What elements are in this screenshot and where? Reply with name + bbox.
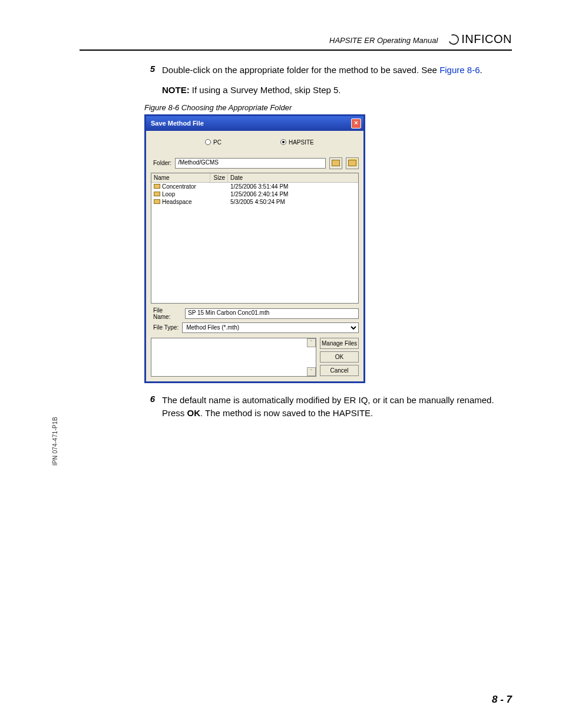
list-item[interactable]: Loop 1/25/2006 2:40:14 PM — [151, 190, 358, 198]
list-item[interactable]: Concentrator 1/25/2006 3:51:44 PM — [151, 183, 358, 190]
list-header: Name Size Date — [151, 173, 358, 183]
step5-punct: . — [480, 65, 482, 75]
row-name: Concentrator — [162, 183, 196, 190]
step-number: 5 — [144, 64, 155, 77]
row-date: 1/25/2006 2:40:14 PM — [228, 190, 358, 198]
step-number: 6 — [144, 394, 155, 420]
radio-hapsite-label: HAPSITE — [289, 139, 314, 146]
scroll-up-button[interactable]: ˄ — [307, 338, 316, 347]
cancel-button[interactable]: Cancel — [320, 365, 359, 376]
radio-hapsite[interactable]: HAPSITE — [280, 139, 314, 146]
ok-bold: OK — [187, 408, 201, 418]
scroll-down-button[interactable]: ˅ — [307, 367, 316, 376]
step-link[interactable]: Step 5 — [313, 85, 338, 95]
row-name: Headspace — [162, 199, 192, 205]
col-name[interactable]: Name — [151, 173, 210, 182]
col-date[interactable]: Date — [228, 173, 358, 182]
folder-input[interactable]: /Method/GCMS — [175, 158, 326, 169]
up-folder-icon — [332, 160, 340, 166]
logo-text: INFICON — [461, 32, 512, 46]
list-body: Concentrator 1/25/2006 3:51:44 PM Loop 1… — [151, 183, 358, 303]
filetype-select[interactable]: Method Files (*.mth) — [182, 322, 359, 333]
radio-icon — [280, 139, 286, 145]
folder-icon — [154, 184, 160, 189]
manual-title: HAPSITE ER Operating Manual — [329, 36, 438, 46]
note-text: If using a Survey Method, skip — [190, 85, 313, 95]
step-6: 6 The default name is automatically modi… — [144, 394, 512, 420]
row-name: Loop — [162, 191, 175, 197]
step5-text: Double-click on the appropriate folder f… — [162, 65, 439, 75]
figure-8-6: Save Method File × PC HAPSITE Folder: /M… — [144, 114, 512, 383]
save-method-dialog: Save Method File × PC HAPSITE Folder: /M… — [144, 114, 365, 383]
list-item[interactable]: Headspace 5/3/2005 4:50:24 PM — [151, 198, 358, 206]
figure-link[interactable]: Figure 8-6 — [439, 65, 480, 75]
folder-icon — [154, 199, 160, 204]
dialog-title: Save Method File — [151, 120, 204, 127]
filename-row: File Name: SP 15 Min Carbon Conc01.mth — [146, 304, 363, 321]
folder-row: Folder: /Method/GCMS — [146, 156, 363, 173]
folder-icon — [154, 192, 160, 196]
filetype-row: File Type: Method Files (*.mth) — [146, 321, 363, 337]
folder-label: Folder: — [153, 160, 171, 166]
close-button[interactable]: × — [351, 118, 361, 129]
logo-swirl-icon — [447, 32, 461, 46]
location-radio-group: PC HAPSITE — [146, 131, 363, 156]
step-body: Double-click on the appropriate folder f… — [162, 64, 512, 77]
up-folder-button[interactable] — [329, 157, 342, 169]
row-date: 5/3/2005 4:50:24 PM — [228, 198, 358, 206]
new-folder-icon — [348, 160, 356, 166]
ok-button[interactable]: OK — [320, 351, 359, 363]
manage-files-button[interactable]: Manage Files — [320, 338, 359, 349]
radio-pc[interactable]: PC — [205, 139, 222, 146]
dialog-titlebar: Save Method File × — [146, 116, 363, 131]
message-box: ˄ ˅ — [151, 338, 316, 377]
radio-icon — [205, 139, 211, 145]
filetype-label: File Type: — [153, 324, 178, 331]
page-header: HAPSITE ER Operating Manual INFICON — [80, 32, 512, 51]
button-column: Manage Files OK Cancel — [320, 338, 359, 377]
filename-label: File Name: — [153, 307, 181, 320]
row-date: 1/25/2006 3:51:44 PM — [228, 183, 358, 190]
radio-pc-label: PC — [213, 139, 222, 146]
note-punct: . — [338, 85, 340, 95]
step-5: 5 Double-click on the appropriate folder… — [144, 64, 512, 77]
new-folder-button[interactable] — [346, 157, 359, 169]
dialog-bottom: ˄ ˅ Manage Files OK Cancel — [146, 337, 363, 381]
folder-list: Name Size Date Concentrator 1/25/2006 3:… — [151, 173, 359, 304]
step-body: The default name is automatically modifi… — [162, 394, 512, 420]
page-number: 8 - 7 — [492, 694, 512, 706]
ipn-code: IPN 074-471-P1B — [52, 417, 58, 466]
note-label: NOTE: — [162, 85, 190, 95]
col-size[interactable]: Size — [210, 173, 228, 182]
step6-text-b: . The method is now saved to the HAPSITE… — [200, 408, 373, 418]
brand-logo: INFICON — [448, 32, 512, 46]
filename-input[interactable]: SP 15 Min Carbon Conc01.mth — [185, 308, 359, 319]
note-row: NOTE: If using a Survey Method, skip Ste… — [162, 85, 512, 95]
figure-caption: Figure 8-6 Choosing the Appropriate Fold… — [144, 103, 512, 112]
